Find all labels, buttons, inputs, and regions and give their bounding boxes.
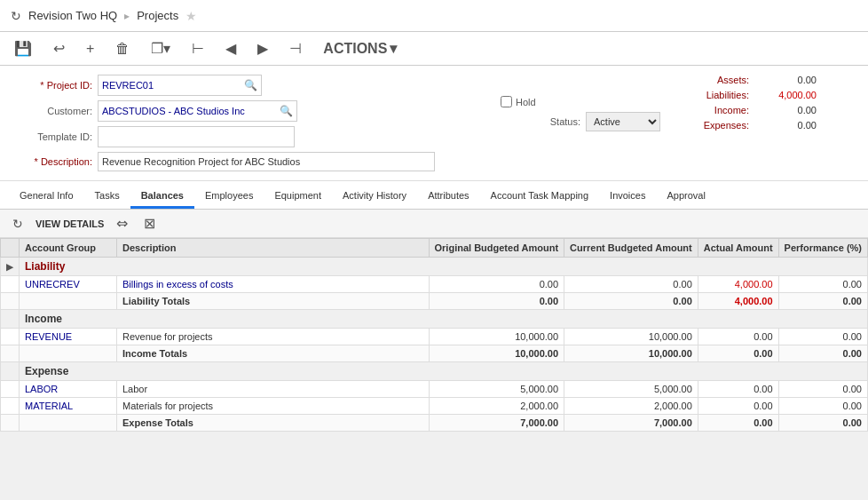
income-label: Income bbox=[20, 310, 868, 329]
expenses-label: Expenses: bbox=[678, 120, 749, 131]
account-group-revenue: REVENUE bbox=[20, 329, 117, 345]
tab-equipment[interactable]: Equipment bbox=[264, 185, 332, 209]
view-details-button[interactable]: VIEW DETAILS bbox=[36, 218, 104, 229]
delete-button[interactable]: 🗑 bbox=[112, 39, 133, 59]
project-id-search-icon[interactable]: 🔍 bbox=[241, 79, 261, 91]
undo-button[interactable]: ↩ bbox=[50, 38, 68, 59]
income-row: Income: 0.00 bbox=[678, 105, 856, 115]
status-row: Status: Active Inactive Completed bbox=[501, 112, 660, 131]
customer-input[interactable] bbox=[99, 101, 276, 121]
template-id-label: Template ID: bbox=[12, 131, 92, 142]
actions-arrow-icon: ▾ bbox=[390, 40, 397, 57]
liability-label: Liability bbox=[20, 258, 868, 276]
orig-budget-material: 2,000.00 bbox=[429, 398, 564, 415]
refresh-icon[interactable]: ↻ bbox=[11, 9, 21, 23]
table-row: REVENUE Revenue for projects 10,000.00 1… bbox=[1, 329, 868, 345]
curr-budget-material: 2,000.00 bbox=[564, 398, 698, 415]
desc-material: Materials for projects bbox=[117, 398, 430, 415]
tab-balances[interactable]: Balances bbox=[130, 185, 194, 209]
template-id-field-wrapper bbox=[98, 126, 295, 147]
hold-checkbox[interactable] bbox=[501, 96, 512, 107]
actual-material: 0.00 bbox=[698, 398, 778, 415]
row-expand bbox=[1, 329, 20, 345]
sub-toolbar: ↻ VIEW DETAILS ⇔ ⊠ bbox=[0, 210, 868, 238]
income-totals-label: Income Totals bbox=[117, 345, 430, 362]
tab-account-task-mapping[interactable]: Account Task Mapping bbox=[480, 185, 599, 209]
fit-columns-button[interactable]: ⇔ bbox=[113, 214, 131, 233]
tab-employees[interactable]: Employees bbox=[194, 185, 264, 209]
add-button[interactable]: + bbox=[83, 39, 98, 59]
expense-totals-blank bbox=[20, 415, 117, 432]
top-bar: ↻ Revision Two HQ ▸ Projects ★ bbox=[0, 0, 868, 32]
expand-liability[interactable]: ▶ bbox=[1, 258, 20, 276]
row-expand bbox=[1, 381, 20, 398]
save-button[interactable]: 💾 bbox=[11, 38, 36, 59]
expand-expense[interactable] bbox=[1, 362, 20, 381]
tab-attributes[interactable]: Attributes bbox=[417, 185, 479, 209]
liability-orig-total: 0.00 bbox=[429, 293, 564, 310]
section-expense: Expense bbox=[1, 362, 868, 381]
status-select[interactable]: Active Inactive Completed bbox=[586, 112, 660, 131]
expenses-value: 0.00 bbox=[754, 120, 817, 131]
prev-button[interactable]: ◀ bbox=[222, 38, 240, 59]
status-label: Status: bbox=[501, 116, 580, 127]
expense-totals-label: Expense Totals bbox=[117, 415, 430, 432]
template-id-row: Template ID: bbox=[12, 126, 483, 147]
perf-material: 0.00 bbox=[778, 398, 867, 415]
sub-refresh-button[interactable]: ↻ bbox=[9, 216, 27, 232]
last-button[interactable]: ⊣ bbox=[286, 38, 305, 59]
form-left: * Project ID: 🔍 Customer: 🔍 Template ID:… bbox=[12, 75, 483, 171]
curr-budget-revenue: 10,000.00 bbox=[564, 329, 698, 345]
next-button[interactable]: ▶ bbox=[254, 38, 272, 59]
actions-button[interactable]: ACTIONS ▾ bbox=[320, 38, 400, 59]
liabilities-value: 4,000.00 bbox=[754, 90, 817, 100]
table-container: Account Group Description Original Budge… bbox=[0, 238, 868, 432]
liabilities-row: Liabilities: 4,000.00 bbox=[678, 90, 856, 100]
favorite-icon[interactable]: ★ bbox=[185, 9, 197, 23]
income-orig-total: 10,000.00 bbox=[429, 345, 564, 362]
col-description: Description bbox=[117, 239, 430, 258]
account-group-labor: LABOR bbox=[20, 381, 117, 398]
export-button[interactable]: ⊠ bbox=[140, 214, 159, 233]
tab-activity-history[interactable]: Activity History bbox=[332, 185, 417, 209]
form-section: * Project ID: 🔍 Customer: 🔍 Template ID:… bbox=[0, 66, 868, 181]
perf-unrecrev: 0.00 bbox=[778, 276, 867, 293]
expense-actual-total: 0.00 bbox=[698, 415, 778, 432]
actions-label: ACTIONS bbox=[323, 41, 387, 57]
section-income: Income bbox=[1, 310, 868, 329]
col-current-budgeted: Current Budgeted Amount bbox=[564, 239, 698, 258]
description-input[interactable] bbox=[98, 152, 435, 171]
tab-invoices[interactable]: Invoices bbox=[599, 185, 656, 209]
liabilities-label: Liabilities: bbox=[678, 90, 749, 100]
liability-totals-label: Liability Totals bbox=[117, 293, 430, 310]
row-expand bbox=[1, 415, 20, 432]
first-button[interactable]: ⊢ bbox=[188, 38, 208, 59]
expense-curr-total: 7,000.00 bbox=[564, 415, 698, 432]
liability-perf-total: 0.00 bbox=[778, 293, 867, 310]
expand-income[interactable] bbox=[1, 310, 20, 329]
hold-label: Hold bbox=[516, 97, 536, 107]
table-row-liability-totals: Liability Totals 0.00 0.00 4,000.00 0.00 bbox=[1, 293, 868, 310]
project-id-input[interactable] bbox=[99, 75, 241, 95]
expense-perf-total: 0.00 bbox=[778, 415, 867, 432]
liability-curr-total: 0.00 bbox=[564, 293, 698, 310]
tab-approval[interactable]: Approval bbox=[656, 185, 715, 209]
description-label: * Description: bbox=[12, 156, 92, 167]
income-actual-total: 0.00 bbox=[698, 345, 778, 362]
row-expand bbox=[1, 345, 20, 362]
assets-row: Assets: 0.00 bbox=[678, 75, 856, 85]
orig-budget-labor: 5,000.00 bbox=[429, 381, 564, 398]
account-group-unrecrev: UNRECREV bbox=[20, 276, 117, 293]
copy-button[interactable]: ❐▾ bbox=[147, 38, 174, 59]
curr-budget-unrecrev: 0.00 bbox=[564, 276, 698, 293]
customer-search-icon[interactable]: 🔍 bbox=[276, 105, 296, 117]
actual-labor: 0.00 bbox=[698, 381, 778, 398]
tab-general-info[interactable]: General Info bbox=[9, 185, 84, 209]
tabs-bar: General Info Tasks Balances Employees Eq… bbox=[0, 181, 868, 210]
perf-labor: 0.00 bbox=[778, 381, 867, 398]
template-id-input[interactable] bbox=[99, 127, 294, 147]
desc-revenue: Revenue for projects bbox=[117, 329, 430, 345]
tab-tasks[interactable]: Tasks bbox=[84, 185, 130, 209]
form-middle: Hold Status: Active Inactive Completed bbox=[501, 75, 660, 171]
form-right: Assets: 0.00 Liabilities: 4,000.00 Incom… bbox=[678, 75, 856, 171]
